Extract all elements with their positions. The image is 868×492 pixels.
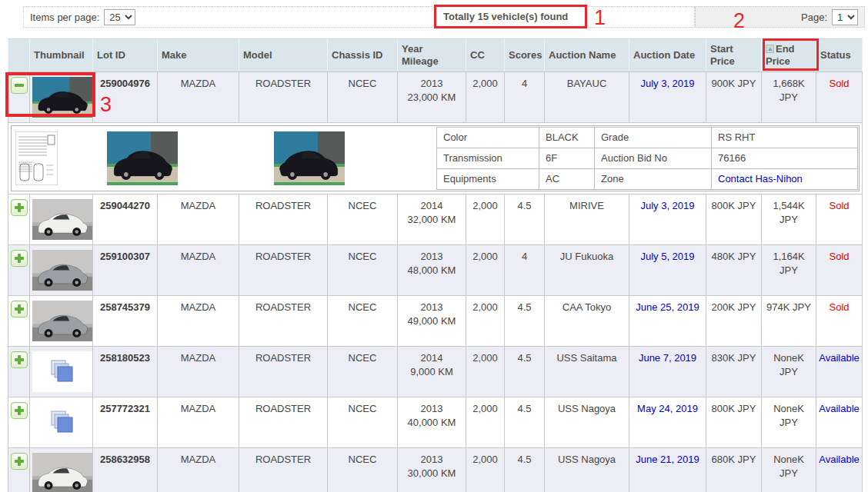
vehicle-auction-results-page: Items per page: 25 Totally 15 vehicle(s)… — [0, 0, 868, 492]
year-mileage-cell: 201330,000 KM — [398, 448, 466, 492]
thumbnail-cell — [30, 194, 93, 245]
auction-date-link[interactable]: June 25, 2019 — [636, 301, 699, 313]
auction-date-link[interactable]: July 3, 2019 — [640, 200, 694, 211]
expand-row-button[interactable] — [11, 351, 28, 368]
end-price-cell: 1,668K JPY — [762, 72, 816, 123]
auction-date-link[interactable]: June 7, 2019 — [639, 352, 696, 364]
car-photo-rear[interactable] — [274, 131, 345, 189]
make-cell: MAZDA — [158, 194, 239, 245]
status-badge: Available — [819, 403, 860, 414]
expand-cell — [8, 194, 30, 245]
status-badge: Sold — [829, 251, 849, 262]
chassis-id-cell: NCEC — [328, 194, 398, 245]
auction-date-link[interactable]: July 3, 2019 — [640, 78, 694, 89]
auction-name-cell: BAYAUC — [545, 72, 629, 123]
expand-row-button[interactable] — [11, 402, 28, 419]
column-header-model: Model — [239, 39, 328, 72]
expand-cell — [8, 397, 30, 448]
contact-link[interactable]: Contact Has-Nihon — [718, 173, 803, 184]
vehicle-detail-panel: ColorBLACKGradeRS RHTTransmission6FAucti… — [11, 125, 860, 191]
no-photo-placeholder-icon[interactable] — [32, 402, 92, 443]
expand-row-button[interactable] — [11, 453, 28, 470]
auction-date-cell: July 3, 2019 — [629, 72, 706, 123]
end-price-cell: NoneK JPY — [762, 448, 816, 492]
expand-cell — [8, 448, 30, 492]
year-mileage-cell: 201348,000 KM — [398, 245, 466, 296]
auction-sheet-image[interactable] — [15, 131, 58, 189]
no-photo-placeholder-icon[interactable] — [32, 351, 92, 392]
start-price-cell: 830K JPY — [706, 347, 762, 397]
vehicle-row: 258632958MAZDAROADSTERNCEC201330,000 KM2… — [8, 448, 863, 492]
year-mileage-cell: 201349,000 KM — [398, 296, 466, 347]
start-price-cell: 800K JPY — [706, 397, 762, 448]
thumbnail-cell — [30, 245, 93, 296]
detail-images — [12, 126, 436, 191]
auction-date-cell: June 7, 2019 — [629, 347, 706, 397]
auction-date-cell: July 3, 2019 — [629, 194, 706, 245]
auction-name-cell: USS Nagoya — [545, 397, 629, 448]
sort-ascending-icon — [766, 45, 774, 53]
status-cell: Sold — [816, 245, 863, 296]
make-cell: MAZDA — [158, 448, 239, 492]
column-header-year-mileage: Year Mileage — [398, 39, 466, 72]
vehicle-thumbnail[interactable] — [32, 77, 92, 118]
column-header-scores: Scores — [505, 39, 545, 72]
auction-date-cell: June 25, 2019 — [629, 296, 706, 347]
end-price-cell: 974K JPY — [762, 296, 816, 347]
detail-value: RS RHT — [712, 128, 858, 148]
lot-id-cell: 258745379 — [93, 296, 158, 347]
vehicle-row: 257772321MAZDAROADSTERNCEC201340,000 KM2… — [8, 397, 863, 448]
thumbnail-cell — [30, 448, 93, 492]
vehicle-thumbnail[interactable] — [32, 453, 92, 492]
column-header-end-price[interactable]: End Price — [762, 39, 816, 72]
auction-date-cell: July 5, 2019 — [629, 245, 706, 296]
lot-id-cell: 259044270 — [93, 194, 158, 245]
expand-cell — [8, 296, 30, 347]
expand-row-button[interactable] — [11, 301, 28, 317]
vehicle-thumbnail[interactable] — [32, 250, 92, 291]
detail-value[interactable]: Contact Has-Nihon — [712, 169, 858, 190]
auction-date-link[interactable]: June 21, 2019 — [636, 454, 699, 465]
cc-cell: 2,000 — [466, 448, 505, 492]
chassis-id-cell: NCEC — [328, 347, 398, 397]
page-label: Page: — [801, 12, 827, 23]
page-select[interactable]: 1 — [832, 9, 858, 25]
items-per-page-box: Items per page: 25 Totally 15 vehicle(s)… — [23, 6, 695, 28]
auction-name-cell: JU Fukuoka — [545, 245, 629, 296]
auction-date-link[interactable]: May 24, 2019 — [637, 403, 698, 414]
status-badge: Sold — [829, 301, 849, 313]
detail-label: Auction Bid No — [595, 148, 712, 169]
scores-cell: 4.5 — [505, 347, 545, 397]
make-cell: MAZDA — [158, 296, 239, 347]
vehicle-thumbnail[interactable] — [32, 301, 92, 341]
expand-row-button[interactable] — [11, 199, 28, 216]
status-cell: Available — [816, 397, 863, 448]
model-cell: ROADSTER — [239, 245, 328, 296]
make-cell: MAZDA — [158, 397, 239, 448]
detail-value: 6F — [539, 148, 595, 169]
model-cell: ROADSTER — [239, 72, 328, 123]
scores-cell: 4.5 — [505, 448, 545, 492]
detail-info-row: ColorBLACKGradeRS RHT — [437, 128, 858, 148]
collapse-row-button[interactable] — [11, 77, 28, 94]
thumbnail-cell — [30, 347, 93, 397]
cc-cell: 2,000 — [466, 72, 505, 123]
cc-cell: 2,000 — [466, 397, 505, 448]
detail-label: Zone — [595, 169, 712, 190]
cc-cell: 2,000 — [466, 347, 505, 397]
model-cell: ROADSTER — [239, 296, 328, 347]
vehicle-thumbnail[interactable] — [32, 199, 92, 240]
cc-cell: 2,000 — [466, 194, 505, 245]
expand-cell — [8, 245, 30, 296]
status-badge: Available — [819, 352, 860, 364]
items-per-page-select[interactable]: 25 — [104, 9, 135, 25]
auction-date-link[interactable]: July 5, 2019 — [640, 251, 694, 262]
expand-row-button[interactable] — [11, 250, 28, 267]
detail-info-table: ColorBLACKGradeRS RHTTransmission6FAucti… — [436, 127, 858, 190]
detail-value: BLACK — [539, 128, 595, 148]
status-badge: Available — [819, 454, 860, 465]
car-photo-front[interactable] — [107, 131, 178, 189]
total-found-text: Totally 15 vehicle(s) found — [443, 11, 568, 22]
year-mileage-cell: 20149,000 KM — [398, 347, 466, 397]
model-cell: ROADSTER — [239, 397, 328, 448]
